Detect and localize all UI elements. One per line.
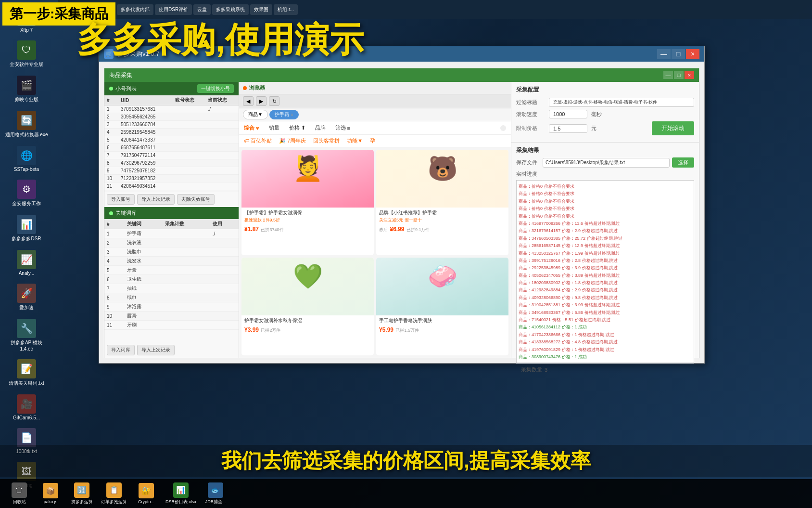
promo-function[interactable]: 功能▼ <box>347 137 363 144</box>
nav-forward-button[interactable]: ▶ <box>256 96 266 106</box>
limit-price-unit: 元 <box>591 125 596 132</box>
minimize-button[interactable]: — <box>657 49 671 59</box>
keyword-actions: 导入词库 导入上次记录 <box>104 342 239 358</box>
product-title-1: 【护手霜】护手霜女滋润保 <box>244 209 371 216</box>
taskbar-crypto[interactable]: 🔐 Crypto... <box>132 482 161 506</box>
promo-repeat[interactable]: 回头客常拼 <box>313 137 340 144</box>
account-list[interactable]: # UID 账号状态 当前状态 13709133157681./23095455… <box>104 95 239 192</box>
log-line: 商品：285616587145 价格：12.9 价格超过终期,跳过 <box>519 242 692 249</box>
promo-100-billion[interactable]: 🏷 百亿补贴 <box>244 137 272 144</box>
account-row: 107122821957352 <box>104 175 239 182</box>
account-row: 66687656487611 <box>104 144 239 152</box>
pdd-nav-price[interactable]: 价格 ⬆ <box>289 124 305 131</box>
taskbar-order[interactable]: 📋 订单多抢运算 <box>99 481 129 507</box>
nav-refresh-button[interactable]: ↻ <box>269 96 279 106</box>
pdd-nav-filter[interactable]: 筛选 ≡ <box>335 124 350 131</box>
close-button[interactable]: × <box>686 49 699 59</box>
limit-price-value[interactable]: 1.5 <box>549 124 587 133</box>
bottom-subtitle: 我们去筛选采集的价格区间,提高采集效率 <box>0 445 812 477</box>
select-file-button[interactable]: 选择 <box>672 157 694 168</box>
account-row: 77917504772114 <box>104 152 239 159</box>
product-price-label-2: 券后 <box>379 227 388 232</box>
log-line: 商品：417042386666 价格：1 价格超过终期,跳过 <box>519 331 692 338</box>
desktop-icon-dsr[interactable]: 📊 多多多多DSR <box>2 213 51 244</box>
window-body: 小号列表 一键切换小号 # UID 账号状态 当前状态 <box>104 82 699 358</box>
desktop-icon-api[interactable]: 🔧 拼多多API模块1.4.ec <box>2 317 51 353</box>
promo-anniversary[interactable]: 🎉 7周年庆 <box>279 137 306 144</box>
account-row: 13709133157681./ <box>104 105 239 113</box>
log-line: 商品：价格0 价格不符合要求 <box>519 198 692 205</box>
taskbar-effect[interactable]: 效果图 <box>250 4 272 15</box>
log-line: 商品：405062347055 价格：3.89 价格超过终期,跳过 <box>519 272 692 279</box>
progress-row: 实时进度 <box>516 170 694 178</box>
tab-close-icon[interactable]: × <box>291 112 293 117</box>
taskbar-yunpan[interactable]: 云盘 <box>193 4 211 15</box>
tab-skincare[interactable]: 护手霜 × <box>269 110 299 119</box>
inner-close-button[interactable]: × <box>685 71 694 79</box>
log-line: 商品：410561284112 价格：1 成功 <box>519 324 692 330</box>
save-file-path[interactable]: C:\Users\85913\Desktop\采集结果.txt <box>543 158 670 168</box>
taskbar-recycle[interactable]: 🗑 回收站 <box>5 481 34 507</box>
product-card-2[interactable]: 品牌【小红书推荐】护手霜 关注立减5元 假一赔十 券后 ¥6.99 已拼9.1万… <box>376 150 508 255</box>
log-line: 商品：303900743476 价格：1 成功 <box>519 353 692 360</box>
scroll-speed-label: 滚动速度 <box>516 111 545 118</box>
product-tag-1: 极速退款 2件9.5折 <box>244 217 371 223</box>
pdd-nav-sales[interactable]: 销量 <box>269 124 279 131</box>
remove-invalid-button[interactable]: 去除失效账号 <box>177 194 215 205</box>
pdd-nav-scroll-indicator <box>500 125 506 131</box>
desktop-icon-sstap[interactable]: 🌐 SSTap-beta <box>2 144 51 174</box>
quantity-label: 采集数量 <box>521 366 542 373</box>
desktop-icon-gifcam[interactable]: 🎥 GifCam6.5... <box>2 392 51 422</box>
keyword-row: 11牙刷 <box>104 321 239 330</box>
taskbar-jizu[interactable]: 机组.r... <box>274 4 298 15</box>
taskbar-pako[interactable]: 📦 pako.js <box>36 482 65 506</box>
toggle-account-button[interactable]: 一键切换小号 <box>197 84 234 93</box>
desktop-icon-keywords[interactable]: 📝 清洁美关键词.txt <box>2 357 51 389</box>
inner-minimize-button[interactable]: — <box>663 71 673 79</box>
collect-config-title: 采集配置 <box>516 86 694 94</box>
taskbar-dsr-xlsx[interactable]: 📊 DSR价目表.xlsx <box>163 481 199 507</box>
taskbar-caigou[interactable]: 多多采购系统 <box>212 4 249 15</box>
product-card-1[interactable]: 【护手霜】护手霜女滋润保 极速退款 2件9.5折 ¥1.87 已拼3740件 <box>241 150 374 255</box>
nav-back-button[interactable]: ◀ <box>243 96 254 106</box>
pdd-nav-brand[interactable]: 品牌 <box>315 124 326 131</box>
log-line: 商品：349168933367 价格：6.86 价格超过终期,跳过 <box>519 309 692 316</box>
taskbar-jdb[interactable]: 🐟 JDB捕鱼... <box>201 481 230 507</box>
keyword-section-title: 关键词库 <box>115 209 137 217</box>
product-card-4[interactable]: 手工皂护手香皂洗手润肤 ¥5.99 已拼1.5万件 <box>376 258 508 356</box>
desktop-icon-analy[interactable]: 📈 Analy... <box>2 248 51 278</box>
log-area[interactable]: 商品：价格0 价格不符合要求商品：价格0 价格不符合要求商品：价格0 价格不符合… <box>516 180 694 363</box>
pdd-nav: 综合 ♥ 销量 价格 ⬆ 品牌 <box>239 121 511 135</box>
product-price-4: ¥5.99 已拼1.5万件 <box>379 325 506 334</box>
import-keyword-button[interactable]: 导入词库 <box>107 345 135 355</box>
desktop-icon-boost[interactable]: 🚀 爱加速 <box>2 282 51 313</box>
inner-maximize-button[interactable]: □ <box>674 71 684 79</box>
import-last-record-button[interactable]: 导入上次记录 <box>137 194 175 205</box>
scroll-speed-value[interactable]: 1000 <box>549 110 587 118</box>
kw-col-id: # <box>104 219 125 229</box>
promo-pregnant[interactable]: 孕 <box>370 137 375 144</box>
desktop-icon-security[interactable]: 🛡 全安软件专业版 <box>2 39 51 70</box>
account-actions: 导入账号 导入上次记录 去除失效账号 <box>104 192 239 207</box>
start-scroll-button[interactable]: 开始滚动 <box>652 121 694 135</box>
taskbar-dsr[interactable]: 使用DSR评价 <box>155 4 192 15</box>
maximize-button[interactable]: □ <box>672 49 685 59</box>
taskbar-duoduo-internal[interactable]: 多多代发内部 <box>117 4 153 15</box>
import-last-keyword-button[interactable]: 导入上次记录 <box>137 345 175 355</box>
product-card-3[interactable]: 护手霜女滋润补水秋冬保湿 ¥3.99 已拼2万件 <box>241 258 374 356</box>
kw-col-count: 采集计数 <box>163 219 210 229</box>
product-img-3 <box>241 258 374 315</box>
keyword-row: 2洗衣液 <box>104 238 239 247</box>
filter-title-value[interactable]: 充值-虚拟-游戏-点卡-移动-电信-联通-话费-电子书-软件 <box>549 98 694 107</box>
desktop-icon-converter[interactable]: 🔄 通用格式转换器.exe <box>2 109 51 140</box>
tab-skincare-label: 护手霜 <box>275 111 289 118</box>
desktop-icon-jianying[interactable]: 🎬 剪映专业版 <box>2 74 51 105</box>
import-account-button[interactable]: 导入账号 <box>107 194 135 205</box>
taskbar-pdd-calc[interactable]: 🔢 拼多多运算 <box>67 481 96 507</box>
account-row: 97475725078182 <box>104 167 239 175</box>
tab-products[interactable]: 商品▼ <box>243 110 268 119</box>
pdd-nav-comprehensive[interactable]: 综合 ♥ <box>244 124 259 131</box>
top-taskbar: 单单帮手 千寻千寻 多多代发内部 使用DSR评价 云盘 多多采购系统 效果图 机… <box>58 0 812 19</box>
kw-col-use: 使用 <box>210 219 239 229</box>
desktop-icon-work[interactable]: ⚙ 全安服务工作 <box>2 178 51 209</box>
